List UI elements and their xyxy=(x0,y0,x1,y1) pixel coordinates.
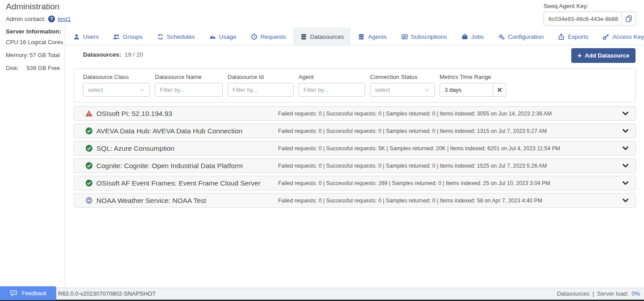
filter-input-datasource-name[interactable] xyxy=(155,83,223,97)
feedback-button[interactable]: Feedback xyxy=(0,286,56,300)
filter-select-datasource-class[interactable]: select xyxy=(83,83,150,97)
filter-input-metrics-time-range[interactable] xyxy=(440,83,493,97)
tab-schedules[interactable]: Schedules xyxy=(150,28,202,45)
check-circle-icon xyxy=(85,127,93,135)
server-info-row-disk-: Disk:539 GB Free xyxy=(6,65,60,71)
tab-groups[interactable]: Groups xyxy=(106,28,150,45)
filter-label: Datasource Id xyxy=(228,74,294,80)
chevron-down-icon xyxy=(424,87,430,93)
server-info-label: Memory: xyxy=(6,52,29,58)
chevron-down-icon[interactable] xyxy=(622,144,629,152)
agent-key-input[interactable] xyxy=(544,12,622,26)
chevron-down-icon[interactable] xyxy=(622,162,629,169)
tab-bar: UsersGroupsSchedulesUsageRequestsDatasou… xyxy=(65,28,644,45)
page-title: Administration xyxy=(6,2,59,12)
check-circle-icon xyxy=(85,179,93,187)
filter-label: Metrics Time Range xyxy=(440,74,506,80)
tab-requests[interactable]: Requests xyxy=(244,28,293,45)
plus-icon: + xyxy=(578,52,582,59)
datasource-name: OSIsoft PI: 52.10.194.93 xyxy=(96,110,278,118)
datasource-name: Cognite: Cognite: Open Industrial Data P… xyxy=(96,162,278,170)
sidebar-divider xyxy=(65,25,65,288)
datasource-count-label: Datasources: xyxy=(83,51,121,58)
datasource-list: OSIsoft PI: 52.10.194.93Failed requests:… xyxy=(74,106,636,210)
add-datasource-button[interactable]: + Add Datasource xyxy=(571,48,636,63)
tab-usage[interactable]: Usage xyxy=(202,28,244,45)
server-info-title: Server Information: xyxy=(6,28,60,35)
datasource-count: Datasources: 19 / 20 xyxy=(83,51,143,58)
select-value: select xyxy=(88,87,103,93)
datasource-row[interactable]: AVEVA Data Hub: AVEVA Data Hub Connectio… xyxy=(74,124,636,138)
chevron-down-icon[interactable] xyxy=(622,110,629,117)
minus-circle-icon xyxy=(85,197,93,204)
select-value: select xyxy=(375,87,390,93)
briefcase-icon xyxy=(461,33,468,40)
admin-contact-link[interactable]: test1 xyxy=(58,16,71,22)
datasource-count-value: 19 / 20 xyxy=(125,51,143,58)
tab-label: Exports xyxy=(568,33,588,40)
tab-jobs[interactable]: Jobs xyxy=(454,28,491,45)
warning-icon xyxy=(85,110,93,117)
chevron-down-icon xyxy=(139,87,145,93)
filter-label: Datasource Name xyxy=(155,74,223,80)
filter-label: Datasource Class xyxy=(83,74,150,80)
admin-contact-label: Admin contact: xyxy=(6,16,46,22)
datasource-row[interactable]: NOAA Weather Service: NOAA TestFailed re… xyxy=(74,193,636,208)
filter-label: Connection Status xyxy=(370,74,435,80)
datasource-name: SQL: Azure Consumption xyxy=(96,144,278,153)
status-bar-section: Datasources xyxy=(557,288,590,300)
tab-label: Access Keys xyxy=(612,33,644,40)
database-icon xyxy=(358,33,365,40)
tab-label: Jobs xyxy=(471,33,484,40)
filter-datasource-id: Datasource Id xyxy=(228,74,294,102)
tab-label: Configuration xyxy=(508,33,544,40)
tab-subscriptions[interactable]: Subscriptions xyxy=(394,28,454,45)
admin-contact: Admin contact: test1 xyxy=(6,15,71,23)
tab-label: Datasources xyxy=(310,33,344,40)
filter-input-datasource-id[interactable] xyxy=(228,83,294,97)
chevron-down-icon[interactable] xyxy=(622,127,629,135)
tab-users[interactable]: Users xyxy=(66,28,106,45)
feedback-bubble-icon xyxy=(10,290,17,297)
x-icon xyxy=(497,87,502,92)
datasource-row[interactable]: Cognite: Cognite: Open Industrial Data P… xyxy=(74,158,636,173)
server-info-row-cpu-: CPU:16 Logical Cores xyxy=(6,39,60,45)
tab-label: Agents xyxy=(368,33,386,40)
tab-exports[interactable]: Exports xyxy=(551,28,595,45)
filter-label: Agent xyxy=(299,74,365,80)
datasource-name: AVEVA Data Hub: AVEVA Data Hub Connectio… xyxy=(96,127,278,135)
filter-input-agent[interactable] xyxy=(299,83,365,97)
datasource-row[interactable]: OSIsoft PI: 52.10.194.93Failed requests:… xyxy=(74,106,636,121)
check-circle-icon xyxy=(85,162,93,169)
sync-icon xyxy=(157,33,164,40)
tab-configuration[interactable]: Configuration xyxy=(491,28,551,45)
filter-select-connection-status[interactable]: select xyxy=(370,83,435,97)
server-load-value: 0% xyxy=(632,288,640,300)
datasource-row[interactable]: SQL: Azure ConsumptionFailed requests: 0… xyxy=(74,141,636,156)
chevron-down-icon[interactable] xyxy=(622,179,629,187)
server-info-rows: CPU:16 Logical CoresMemory:57 GB TotalDi… xyxy=(6,39,60,71)
datasource-name: OSIsoft AF Event Frames: Event Frame Clo… xyxy=(96,179,278,187)
status-bar-right: Datasources | Server load: 0% xyxy=(557,288,640,300)
help-icon xyxy=(48,15,55,23)
filter-connection-status: Connection Statusselect xyxy=(370,74,435,102)
copy-icon xyxy=(625,15,632,22)
tab-label: Groups xyxy=(123,33,142,40)
datasource-stats: Failed requests: 0 | Successful requests… xyxy=(278,145,560,152)
filter-datasource-name: Datasource Name xyxy=(155,74,223,102)
chevron-down-icon[interactable] xyxy=(622,197,629,204)
add-datasource-label: Add Datasource xyxy=(585,52,629,59)
datasource-stats: Failed requests: 0 | Successful requests… xyxy=(278,111,552,117)
clear-filter-button[interactable] xyxy=(493,83,506,97)
tab-agents[interactable]: Agents xyxy=(351,28,394,45)
subscriptions-icon xyxy=(401,33,408,40)
server-info: Server Information: CPU:16 Logical Cores… xyxy=(6,28,60,78)
server-info-value: 16 Logical Cores xyxy=(20,39,63,45)
tab-datasources[interactable]: Datasources xyxy=(293,28,351,46)
key-icon xyxy=(602,33,609,40)
history-icon xyxy=(251,33,258,40)
tab-access-keys[interactable]: Access Keys xyxy=(595,28,644,45)
datasource-name: NOAA Weather Service: NOAA Test xyxy=(96,197,278,205)
copy-agent-key-button[interactable] xyxy=(622,12,636,26)
datasource-row[interactable]: OSIsoft AF Event Frames: Event Frame Clo… xyxy=(74,176,636,190)
